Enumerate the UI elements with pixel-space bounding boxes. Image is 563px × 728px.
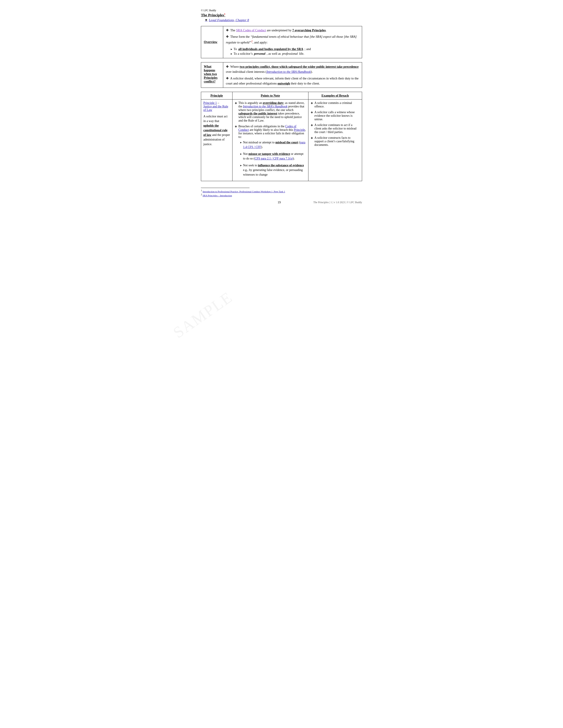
overview-subitem1: To all individuals and bodies regulated … bbox=[230, 47, 359, 52]
what-happens-table: What happens when two Principles conflic… bbox=[201, 62, 362, 88]
principle1-label-link[interactable]: Justice and the Rule of Law bbox=[203, 105, 228, 112]
footnote2-link[interactable]: SRA Principles – Introduction bbox=[203, 194, 232, 197]
points-list: This is arguably an overriding duty; as … bbox=[235, 101, 306, 179]
diamond-icon2: ❖ bbox=[226, 35, 229, 38]
subpoint-1: Not mislead or attempt to mislead the co… bbox=[240, 140, 306, 149]
subpoint-2: Not misuse or tamper with evidence or at… bbox=[240, 152, 306, 161]
diamond-icon: ❖ bbox=[226, 28, 229, 32]
subtitle[interactable]: Legal Foundations, Chapter 8 bbox=[205, 18, 362, 22]
sra-codes-link[interactable]: SRA Codes of Conduct bbox=[236, 28, 266, 32]
example-2: A solicitor calls a witness whose eviden… bbox=[311, 111, 360, 121]
table-row: Principle 1 – Justice and the Rule of La… bbox=[201, 99, 362, 181]
point-item-2: Breaches of certain obligations in the C… bbox=[235, 125, 306, 179]
subpoint-3: Not seek to influence the substance of e… bbox=[240, 163, 306, 177]
copyright: © LPC Buddy bbox=[201, 9, 362, 12]
col-header-examples: Examples of Breach bbox=[309, 92, 362, 99]
what-happens-label: What happens when two Principles conflic… bbox=[201, 62, 223, 88]
examples-list: A solicitor commits a criminal offence. … bbox=[311, 101, 360, 147]
overview-subitem2: To a solicitor’s personal, as well as pr… bbox=[230, 51, 359, 56]
footnote1-link[interactable]: Introduction to Professional Practice, P… bbox=[203, 190, 285, 193]
point1-text: This is arguably an overriding duty; as … bbox=[238, 101, 306, 122]
footer-right: The Principles | 1 | v 1.0 2023 | © LPC … bbox=[313, 201, 362, 204]
what-point1: ❖ Where two principles conflict, those w… bbox=[226, 64, 359, 74]
overview-point1: ❖ The SRA Codes of Conduct are underpinn… bbox=[226, 28, 359, 33]
example-1: A solicitor commits a criminal offence. bbox=[311, 101, 360, 108]
footnote-2: 2 SRA Principles – Introduction bbox=[201, 193, 362, 197]
col-header-points: Points to Note bbox=[232, 92, 308, 99]
examples-cell: A solicitor commits a criminal offence. … bbox=[309, 99, 362, 181]
diamond-icon4: ❖ bbox=[226, 77, 229, 80]
points-cell: This is arguably an overriding duty; as … bbox=[232, 99, 308, 181]
what-happens-content: ❖ Where two principles conflict, those w… bbox=[223, 62, 362, 88]
main-principles-table: Principle Points to Note Examples of Bre… bbox=[201, 92, 362, 181]
principle1-link[interactable]: Principle 1 bbox=[203, 101, 217, 105]
what-point2: ❖ A solicitor should, where relevant, in… bbox=[226, 76, 359, 86]
overview-point2: ❖ These form the “fundamental tenets of … bbox=[226, 34, 359, 45]
col-header-principle: Principle bbox=[201, 92, 232, 99]
principle-cell: Principle 1 – Justice and the Rule of La… bbox=[201, 99, 232, 181]
principle-link2[interactable]: Principle bbox=[294, 128, 305, 131]
overview-label: Overview bbox=[201, 26, 223, 58]
cfs-para-link[interactable]: CFS para 2.1 / CFF para 7.1(a) bbox=[254, 157, 293, 160]
sra-handbook-link[interactable]: Introduction to the SRA Handbook bbox=[266, 70, 311, 73]
overview-table: Overview ❖ The SRA Codes of Conduct are … bbox=[201, 26, 362, 58]
diamond-icon3: ❖ bbox=[226, 65, 229, 68]
principle1-body: A solicitor must act in a way that uphol… bbox=[203, 114, 230, 146]
page-number: 19 bbox=[278, 201, 281, 204]
page-title: The Principles1 bbox=[201, 13, 362, 17]
overview-subitems: To all individuals and bodies regulated … bbox=[230, 47, 359, 56]
subitems-list: Not mislead or attempt to mislead the co… bbox=[240, 140, 306, 177]
example-4: A solicitor constructs facts to support … bbox=[311, 136, 360, 147]
footnotes: 1 Introduction to Professional Practice,… bbox=[201, 189, 362, 197]
example-3: A solicitor continues to act if a client… bbox=[311, 123, 360, 134]
footnote-1: 1 Introduction to Professional Practice,… bbox=[201, 189, 362, 193]
sra-handbook-link2[interactable]: Introduction to the SRA’s Handbook bbox=[243, 105, 288, 108]
point-item-1: This is arguably an overriding duty; as … bbox=[235, 101, 306, 122]
footer: 19 The Principles | 1 | v 1.0 2023 | © L… bbox=[201, 201, 362, 204]
footnote-divider bbox=[201, 188, 249, 188]
overview-content: ❖ The SRA Codes of Conduct are underpinn… bbox=[223, 26, 362, 58]
point2-text: Breaches of certain obligations in the C… bbox=[238, 125, 306, 179]
